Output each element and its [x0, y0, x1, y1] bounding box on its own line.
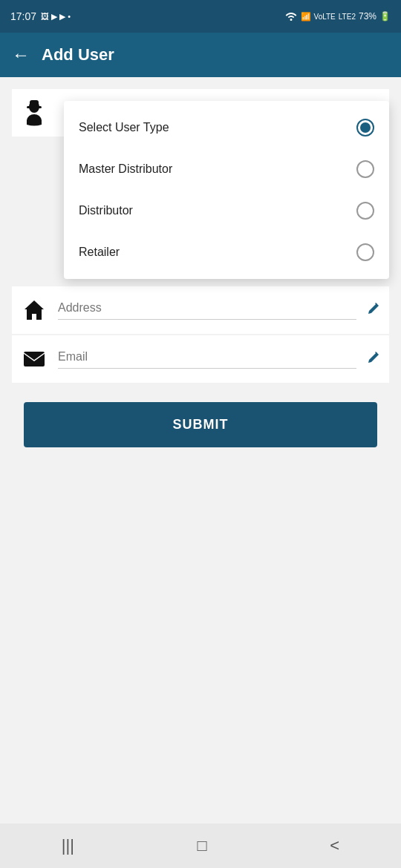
- home-icon: [21, 297, 48, 323]
- status-bar: 17:07 🖼 ▶ ▶ • 📶 VoLTE LTE2 73% 🔋: [0, 0, 401, 33]
- submit-button[interactable]: SUBMIT: [24, 402, 377, 447]
- battery-display: 73%: [359, 11, 376, 22]
- dropdown-option-label: Distributor: [79, 204, 133, 217]
- recent-apps-button[interactable]: |||: [62, 836, 74, 855]
- email-input[interactable]: [58, 350, 356, 364]
- wifi-icon: [284, 10, 298, 23]
- svg-rect-7: [24, 352, 45, 366]
- user-type-dropdown[interactable]: Select User Type Master Distributor Dist…: [64, 101, 389, 279]
- header: ← Add User: [0, 33, 401, 77]
- volte-icon: VoLTE: [314, 13, 336, 21]
- status-left: 17:07 🖼 ▶ ▶ •: [10, 10, 71, 22]
- dropdown-option-label: Retailer: [79, 246, 120, 259]
- dropdown-option-label: Select User Type: [79, 121, 169, 134]
- radio-select[interactable]: [356, 119, 374, 137]
- radio-distributor[interactable]: [356, 202, 374, 220]
- battery-icon: 🔋: [379, 11, 391, 22]
- dropdown-item-master[interactable]: Master Distributor: [64, 148, 389, 190]
- time-display: 17:07: [10, 10, 36, 22]
- user-type-row: Select User Type Master Distributor Dist…: [12, 89, 389, 137]
- dropdown-item-select[interactable]: Select User Type: [64, 107, 389, 148]
- status-right: 📶 VoLTE LTE2 73% 🔋: [284, 10, 391, 23]
- address-edit-icon[interactable]: [367, 302, 380, 319]
- page-title: Add User: [42, 45, 114, 65]
- radio-master[interactable]: [356, 160, 374, 178]
- radio-retailer[interactable]: [356, 243, 374, 261]
- back-button[interactable]: ←: [12, 45, 30, 65]
- nav-bar: ||| □ <: [0, 823, 401, 868]
- dropdown-item-retailer[interactable]: Retailer: [64, 231, 389, 273]
- back-nav-button[interactable]: <: [330, 836, 339, 855]
- email-icon: [21, 346, 48, 372]
- notification-icons: 🖼 ▶ ▶ •: [41, 12, 71, 22]
- email-edit-icon[interactable]: [367, 351, 380, 368]
- signal-icon: 📶: [301, 12, 311, 22]
- spy-icon: [21, 99, 48, 126]
- address-input[interactable]: [58, 301, 356, 315]
- address-row: [12, 286, 389, 334]
- svg-rect-2: [30, 100, 39, 108]
- email-input-wrapper: [58, 350, 356, 369]
- lte-icon: LTE2: [339, 13, 356, 21]
- email-row: [12, 335, 389, 383]
- main-content: Select User Type Master Distributor Dist…: [0, 77, 401, 823]
- dropdown-option-label: Master Distributor: [79, 162, 172, 176]
- address-input-wrapper: [58, 301, 356, 320]
- home-button[interactable]: □: [198, 836, 207, 855]
- dropdown-item-distributor[interactable]: Distributor: [64, 190, 389, 231]
